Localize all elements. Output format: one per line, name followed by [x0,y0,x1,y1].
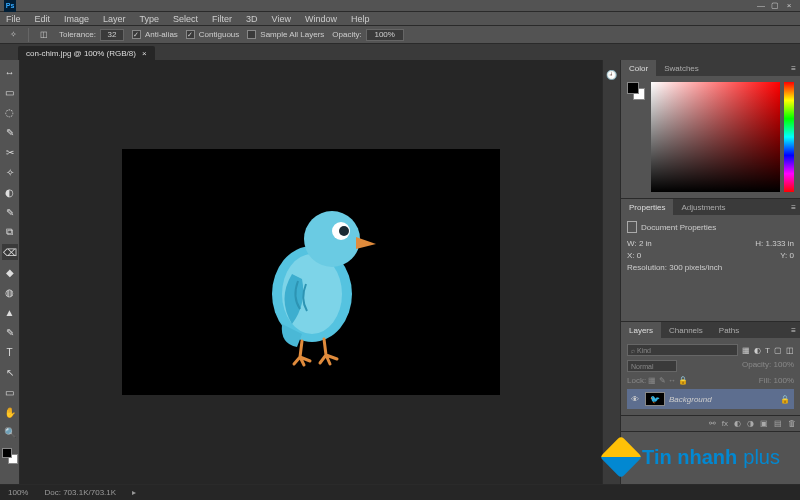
color-panel: Color Swatches ≡ [621,60,800,199]
canvas-area[interactable] [20,60,602,484]
tool-marquee[interactable]: ▭ [2,84,18,100]
menu-3d[interactable]: 3D [246,14,258,24]
contiguous-checkbox[interactable]: ✓ [186,30,195,39]
collapsed-panel-dock: 🕘 [602,60,620,484]
sample-point-icon[interactable]: ◫ [37,28,51,42]
tab-channels[interactable]: Channels [661,322,711,338]
tool-hand[interactable]: ✋ [2,404,18,420]
layer-lock-icon[interactable]: 🔒 [780,395,790,404]
watermark: Tin nhanh plus [606,442,780,472]
tool-eyedropper[interactable]: ✧ [2,164,18,180]
tool-lasso[interactable]: ◌ [2,104,18,120]
zoom-level[interactable]: 100% [8,488,28,497]
sample-all-label: Sample All Layers [260,30,324,39]
title-bar: Ps — ▢ × [0,0,800,12]
svg-marker-5 [356,237,376,249]
tool-blur[interactable]: ◍ [2,284,18,300]
filter-type-icon[interactable]: T [765,346,770,355]
new-group-icon[interactable]: ▣ [760,419,768,428]
tab-layers[interactable]: Layers [621,322,661,338]
fill-value[interactable]: 100% [774,376,794,385]
resolution-label: Resolution: [627,263,667,272]
tool-brush[interactable]: ✎ [2,204,18,220]
color-picker[interactable] [651,82,794,192]
menu-type[interactable]: Type [140,14,160,24]
delete-layer-icon[interactable]: 🗑 [788,419,796,428]
canvas[interactable] [122,149,500,395]
tolerance-input[interactable] [100,29,124,41]
tool-spot-heal[interactable]: ◐ [2,184,18,200]
tab-swatches[interactable]: Swatches [656,60,707,76]
hue-slider[interactable] [784,82,794,192]
tool-dodge[interactable]: ▲ [2,304,18,320]
menu-window[interactable]: Window [305,14,337,24]
menu-layer[interactable]: Layer [103,14,126,24]
layers-panel: Layers Channels Paths ≡ ⌕ Kind ▦ ◐ T ▢ ◫… [621,322,800,432]
filter-adjust-icon[interactable]: ◐ [754,346,761,355]
tab-paths[interactable]: Paths [711,322,747,338]
tool-gradient[interactable]: ◆ [2,264,18,280]
resolution-value: 300 pixels/inch [669,263,722,272]
menu-file[interactable]: File [6,14,21,24]
color-gradient-box[interactable] [651,82,780,192]
tool-eraser[interactable]: ⌫ [2,244,18,260]
color-fg-bg-swatch[interactable] [627,82,645,100]
bird-image [252,189,392,369]
layer-opacity-value[interactable]: 100% [774,360,794,369]
right-panels: Color Swatches ≡ Properties Adjustments … [620,60,800,484]
menu-help[interactable]: Help [351,14,370,24]
watermark-text-1: Tin nhanh [642,446,737,469]
tool-crop[interactable]: ✂ [2,144,18,160]
tool-quick-select[interactable]: ✎ [2,124,18,140]
layer-kind-filter[interactable]: ⌕ Kind [627,344,738,356]
filter-shape-icon[interactable]: ▢ [774,346,782,355]
tool-zoom[interactable]: 🔍 [2,424,18,440]
layer-row-background[interactable]: 👁 🐦 Background 🔒 [627,389,794,409]
document-tab[interactable]: con-chim.jpg @ 100% (RGB/8) × [18,46,155,60]
layer-mask-icon[interactable]: ◐ [734,419,741,428]
properties-panel-menu-icon[interactable]: ≡ [787,203,800,212]
layer-name[interactable]: Background [669,395,712,404]
tool-path-select[interactable]: ↖ [2,364,18,380]
svg-point-4 [339,226,349,236]
layer-thumbnail[interactable]: 🐦 [645,392,665,406]
tab-adjustments[interactable]: Adjustments [673,199,733,215]
minimize-button[interactable]: — [754,1,768,11]
opacity-dropdown[interactable]: 100% [366,29,404,41]
foreground-background-swatch[interactable] [2,448,18,464]
status-bar: 100% Doc: 703.1K/703.1K ▸ [0,484,800,500]
close-window-button[interactable]: × [782,1,796,11]
tab-properties[interactable]: Properties [621,199,673,215]
maximize-button[interactable]: ▢ [768,1,782,11]
filter-smart-icon[interactable]: ◫ [786,346,794,355]
antialias-checkbox[interactable]: ✓ [132,30,141,39]
tab-color[interactable]: Color [621,60,656,76]
tool-shape[interactable]: ▭ [2,384,18,400]
color-panel-menu-icon[interactable]: ≡ [787,64,800,73]
tool-pen[interactable]: ✎ [2,324,18,340]
blend-mode-dropdown[interactable]: Normal [627,360,677,372]
new-layer-icon[interactable]: ▤ [774,419,782,428]
properties-panel: Properties Adjustments ≡ Document Proper… [621,199,800,322]
layer-visibility-icon[interactable]: 👁 [631,395,641,404]
link-layers-icon[interactable]: ⚯ [709,419,716,428]
tool-move[interactable]: ↔ [2,64,18,80]
antialias-label: Anti-alias [145,30,178,39]
tool-type[interactable]: T [2,344,18,360]
menu-image[interactable]: Image [64,14,89,24]
layers-panel-menu-icon[interactable]: ≡ [787,326,800,335]
y-value: 0 [790,251,794,260]
menu-edit[interactable]: Edit [35,14,51,24]
status-disclosure-icon[interactable]: ▸ [132,488,136,497]
menu-select[interactable]: Select [173,14,198,24]
menu-view[interactable]: View [272,14,291,24]
filter-pixel-icon[interactable]: ▦ [742,346,750,355]
dock-history-icon[interactable]: 🕘 [605,68,619,82]
document-tab-close-icon[interactable]: × [142,49,147,58]
sample-all-checkbox[interactable] [247,30,256,39]
layer-style-icon[interactable]: fx [722,419,728,428]
menu-filter[interactable]: Filter [212,14,232,24]
new-fill-icon[interactable]: ◑ [747,419,754,428]
tool-clone-stamp[interactable]: ⧉ [2,224,18,240]
document-properties-title: Document Properties [641,223,716,232]
